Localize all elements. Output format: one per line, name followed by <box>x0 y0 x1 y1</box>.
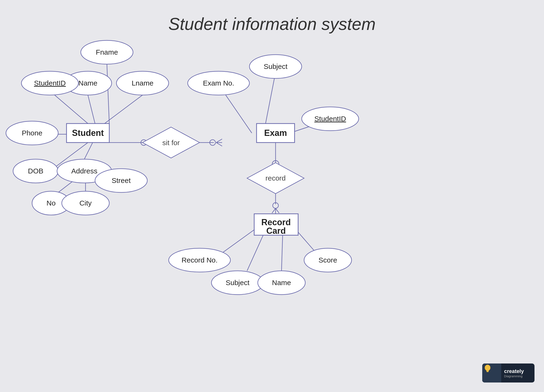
attr-examno-label: Exam No. <box>203 79 234 87</box>
attr-studentid-label: StudentID <box>34 79 65 87</box>
diagram-container: Student information system <box>0 0 544 392</box>
line-student-fname <box>107 64 109 124</box>
attr-subject-exam-label: Subject <box>264 62 288 70</box>
attr-phone-label: Phone <box>22 129 42 137</box>
logo-left-panel <box>482 363 501 382</box>
entity-student-label: Student <box>72 128 104 138</box>
line-student-address <box>84 143 93 159</box>
logo-brand-name: creately <box>504 368 524 374</box>
entity-recordcard-label2: Card <box>266 226 286 236</box>
attr-name-rc-label: Name <box>272 279 291 286</box>
attr-street-label: Street <box>112 177 131 184</box>
entity-recordcard-label1: Record <box>261 217 291 227</box>
line-exam-examno <box>226 95 252 133</box>
svg-rect-1 <box>486 370 489 371</box>
crowfoot-line1 <box>216 139 222 143</box>
svg-line-5 <box>485 366 485 367</box>
logo-text-panel: creately Diagramming <box>501 366 527 380</box>
entity-exam-label: Exam <box>264 128 287 138</box>
bulb-icon <box>482 363 493 374</box>
attr-no-label: No <box>47 199 56 207</box>
line-student-name <box>88 95 95 124</box>
svg-line-4 <box>490 366 490 367</box>
rel-sitfor-label: sit for <box>162 139 180 147</box>
svg-rect-2 <box>486 371 489 372</box>
attr-score-label: Score <box>319 256 337 264</box>
attr-fname-label: Fname <box>96 48 118 56</box>
er-diagram: Student Exam Record Card sit for record … <box>0 0 544 392</box>
line-address-no <box>58 181 74 192</box>
attr-subject-rc-label: Subject <box>226 279 250 286</box>
crowfoot-line3 <box>216 143 222 146</box>
line-student-studentid <box>55 95 88 124</box>
line-rc-name <box>282 234 283 271</box>
attr-city-label: City <box>79 199 92 207</box>
rc-crowfoot3 <box>276 208 279 213</box>
attr-recordno-label: Record No. <box>182 256 218 264</box>
attr-studentid2-label: StudentID <box>314 115 346 123</box>
attr-address-label: Address <box>71 167 97 175</box>
rc-crowfoot1 <box>272 208 276 213</box>
rel-record-label: record <box>265 174 285 182</box>
line-student-lname <box>105 95 142 124</box>
attr-lname-label: Lname <box>132 79 154 87</box>
attr-name-label: Name <box>78 79 97 87</box>
creately-logo: creately Diagramming <box>482 363 534 382</box>
svg-point-0 <box>485 365 490 371</box>
attr-dob-label: DOB <box>28 167 43 175</box>
logo-sub-text: Diagramming <box>504 374 524 378</box>
line-rc-subject <box>247 234 264 271</box>
